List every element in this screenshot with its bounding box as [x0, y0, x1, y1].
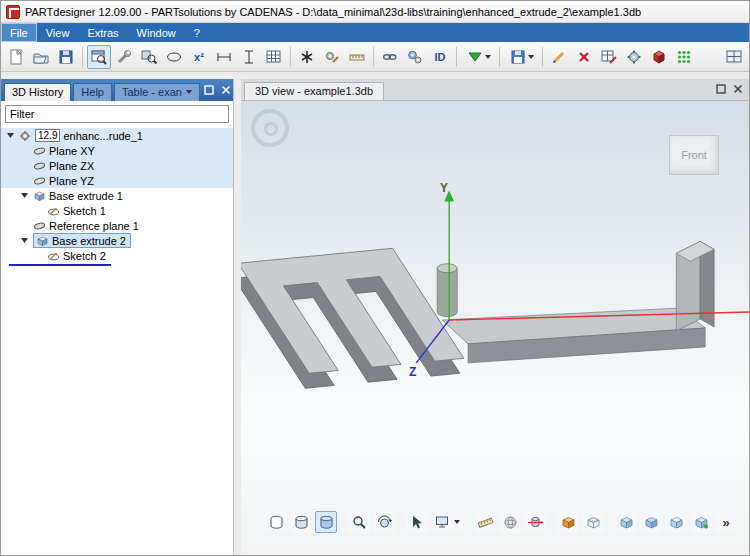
red-cube-icon[interactable] [647, 45, 671, 69]
preview-window-icon[interactable] [87, 45, 111, 69]
cylinder-side [437, 268, 457, 316]
caret-expanded-icon[interactable] [5, 130, 16, 141]
menu-view[interactable]: View [37, 23, 79, 42]
dropdown-caret-icon [528, 55, 534, 59]
tile-windows-icon[interactable] [722, 45, 746, 69]
table-grid-icon[interactable] [262, 45, 286, 69]
view-cube[interactable]: Front [669, 135, 719, 175]
orbit-rotate-icon[interactable] [373, 511, 395, 533]
menu-file[interactable]: File [1, 23, 37, 42]
dimension-vertical-icon[interactable] [237, 45, 261, 69]
tree-root-row[interactable]: 12.9 enhanc...rude_1 [1, 128, 233, 143]
screen-options-dropdown-icon[interactable] [431, 511, 463, 533]
tab-3d-view[interactable]: 3D view - example1.3db [244, 82, 384, 100]
cylinder-axes-icon[interactable] [524, 511, 546, 533]
caret-expanded-icon[interactable] [19, 190, 30, 201]
wrench-tool-icon[interactable] [112, 45, 136, 69]
tree-row-reference-plane-1[interactable]: Reference plane 1 [1, 218, 233, 233]
zoom-magnifier-icon[interactable] [348, 511, 370, 533]
ruler-measure-icon[interactable] [345, 45, 369, 69]
menu-help[interactable]: ? [185, 23, 209, 42]
3d-viewport[interactable]: Front Y Z [241, 101, 749, 555]
history-tree: 12.9 enhanc...rude_1 Plane XY Plane ZX P… [1, 126, 233, 555]
title-bar: PARTdesigner 12.09.00 - PARTsolutions by… [1, 1, 749, 23]
extrude-box-icon [33, 190, 46, 202]
menu-window[interactable]: Window [128, 23, 185, 42]
left-tab-bar: 3D History Help Table - exan [1, 79, 233, 101]
cylinder-wire-icon[interactable] [265, 511, 287, 533]
edit-pencil-icon[interactable] [547, 45, 571, 69]
panel-splitter[interactable] [234, 79, 241, 555]
plane-icon [33, 160, 46, 172]
zoom-part-icon[interactable] [137, 45, 161, 69]
ellipse-tool-icon[interactable] [162, 45, 186, 69]
menu-extras[interactable]: Extras [78, 23, 127, 42]
tree-item-label: Plane XY [49, 145, 95, 157]
ruler-measure-icon[interactable] [474, 511, 496, 533]
cylinder-top [437, 264, 457, 273]
tab-label: Table - exan [122, 86, 182, 98]
toolbar-separator [373, 47, 374, 67]
table-edit-icon[interactable] [597, 45, 621, 69]
insert-marker [9, 264, 111, 266]
float-panel-icon[interactable] [202, 83, 216, 97]
mesh-sphere-icon[interactable] [499, 511, 521, 533]
tree-row-base-extrude-2[interactable]: Base extrude 2 [1, 233, 233, 248]
green-dot-grid-icon[interactable] [672, 45, 696, 69]
cube-shaded-3-icon[interactable] [665, 511, 687, 533]
tree-row-plane-zx[interactable]: Plane ZX [1, 158, 233, 173]
selected-tree-item[interactable]: Base extrude 2 [33, 233, 131, 248]
app-window: PARTdesigner 12.09.00 - PARTsolutions by… [0, 0, 750, 556]
tree-row-plane-yz[interactable]: Plane YZ [1, 173, 233, 188]
cube-shaded-4-icon[interactable] [690, 511, 712, 533]
toolbar-separator [290, 47, 291, 67]
green-triangle-dropdown-icon[interactable] [461, 45, 495, 69]
gear-wrench-icon[interactable] [320, 45, 344, 69]
more-label: » [722, 515, 729, 530]
asterisk-tool-icon[interactable] [295, 45, 319, 69]
delete-cross-icon[interactable] [572, 45, 596, 69]
tree-row-base-extrude-1[interactable]: Base extrude 1 [1, 188, 233, 203]
tree-row-sketch-2[interactable]: Sketch 2 [1, 248, 233, 263]
tab-help[interactable]: Help [73, 83, 112, 101]
cube-shaded-2-icon[interactable] [640, 511, 662, 533]
new-document-icon[interactable] [4, 45, 28, 69]
plane-icon [33, 175, 46, 187]
box-transparent-icon[interactable] [582, 511, 604, 533]
view-panel: 3D view - example1.3db [241, 79, 749, 555]
gear-icon[interactable] [622, 45, 646, 69]
y-axis-label: Y [440, 181, 448, 195]
link-chain-icon[interactable] [378, 45, 402, 69]
save-icon[interactable] [54, 45, 78, 69]
caret-expanded-icon[interactable] [19, 235, 30, 246]
tree-row-sketch-1[interactable]: Sketch 1 [1, 203, 233, 218]
x2-variable-icon[interactable]: x² [187, 45, 211, 69]
dropdown-caret-icon [454, 520, 460, 524]
export-save-dropdown-icon[interactable] [504, 45, 538, 69]
more-chevron-icon[interactable]: » [715, 511, 737, 533]
main-toolbar: x² ID [1, 42, 749, 72]
box-orange-icon[interactable] [557, 511, 579, 533]
cube-shaded-1-icon[interactable] [615, 511, 637, 533]
float-view-icon[interactable] [714, 82, 728, 96]
gears-pair-icon[interactable] [403, 45, 427, 69]
dimension-horizontal-icon[interactable] [212, 45, 236, 69]
filter-input[interactable] [5, 105, 229, 123]
tree-row-plane-xy[interactable]: Plane XY [1, 143, 233, 158]
close-view-icon[interactable] [731, 82, 745, 96]
open-folder-icon[interactable] [29, 45, 53, 69]
tab-3d-history[interactable]: 3D History [4, 83, 71, 101]
pin-select-icon[interactable] [406, 511, 428, 533]
toolbar-separator [82, 47, 83, 67]
extrude-box-icon [36, 235, 49, 247]
cylinder-shaded-icon[interactable] [290, 511, 312, 533]
id-variable-icon[interactable]: ID [428, 45, 452, 69]
cylinder-solid-icon[interactable] [315, 511, 337, 533]
part-icon [19, 130, 32, 142]
navigation-wheel-icon[interactable] [251, 109, 289, 147]
main-area: 3D History Help Table - exan 12.9 enhanc… [1, 72, 749, 555]
toolbar-separator [499, 47, 500, 67]
tab-table[interactable]: Table - exan [114, 83, 200, 101]
tab-dropdown-caret-icon[interactable] [186, 90, 192, 94]
close-panel-icon[interactable] [219, 83, 233, 97]
